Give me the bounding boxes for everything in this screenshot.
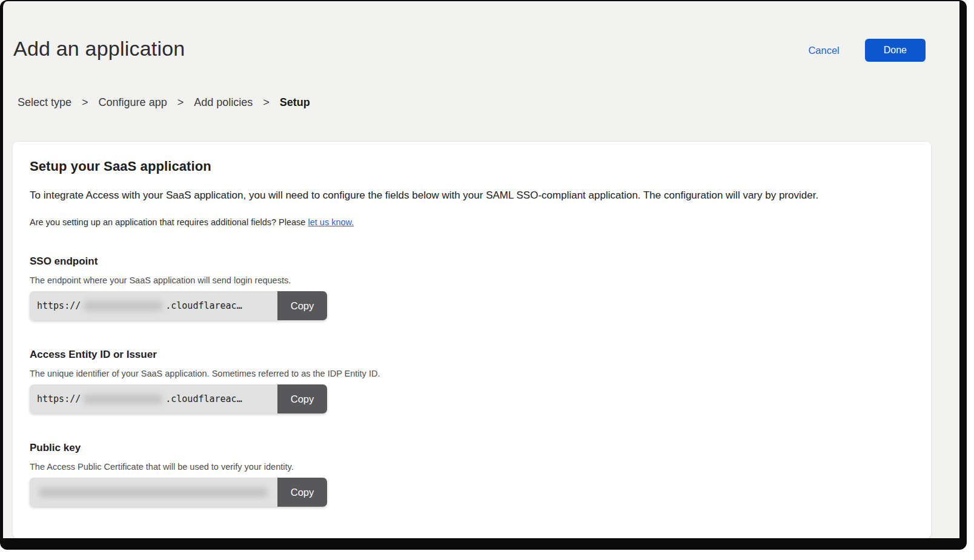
sso-endpoint-field: SSO endpoint The endpoint where your Saa…	[30, 255, 914, 320]
setup-card: Setup your SaaS application To integrate…	[12, 141, 932, 539]
value-prefix: https://	[37, 300, 81, 311]
value-suffix: .cloudflareac…	[165, 394, 242, 404]
breadcrumb-item-select-type[interactable]: Select type	[18, 96, 71, 109]
field-label: Access Entity ID or Issuer	[30, 349, 914, 361]
page-title: Add an application	[13, 35, 185, 62]
redacted-value	[83, 394, 163, 404]
field-label: SSO endpoint	[30, 255, 914, 268]
value-prefix: https://	[37, 394, 81, 404]
redacted-value	[83, 301, 163, 311]
breadcrumb-item-setup: Setup	[280, 96, 310, 109]
field-label: Public key	[30, 442, 914, 454]
note-text: Are you setting up an application that r…	[30, 217, 914, 227]
let-us-know-link[interactable]: let us know.	[308, 217, 354, 227]
breadcrumb-separator: >	[177, 96, 184, 109]
access-entity-id-value-row: https://.cloudflareac… Copy	[30, 384, 327, 413]
app-window: Add an application Cancel Done Select ty…	[0, 0, 967, 550]
redacted-value	[38, 487, 268, 498]
code-value	[30, 478, 277, 507]
copy-button[interactable]: Copy	[277, 478, 327, 507]
field-description: The endpoint where your SaaS application…	[30, 275, 914, 285]
code-value: https://.cloudflareac…	[30, 291, 277, 320]
copy-button[interactable]: Copy	[277, 384, 327, 413]
note-text-plain: Are you setting up an application that r…	[30, 217, 308, 227]
page-header: Add an application Cancel Done	[3, 1, 959, 62]
breadcrumb: Select type > Configure app > Add polici…	[18, 96, 959, 109]
access-entity-id-field: Access Entity ID or Issuer The unique id…	[30, 349, 914, 413]
card-heading: Setup your SaaS application	[30, 159, 914, 174]
sso-endpoint-value-row: https://.cloudflareac… Copy	[30, 291, 327, 320]
field-description: The Access Public Certificate that will …	[30, 462, 914, 472]
breadcrumb-separator: >	[82, 96, 88, 109]
code-value: https://.cloudflareac…	[30, 384, 277, 413]
breadcrumb-item-add-policies[interactable]: Add policies	[194, 96, 253, 109]
public-key-value-row: Copy	[30, 478, 327, 507]
breadcrumb-separator: >	[263, 96, 270, 109]
cancel-button[interactable]: Cancel	[808, 45, 839, 56]
breadcrumb-item-configure-app[interactable]: Configure app	[99, 96, 167, 109]
header-actions: Cancel Done	[808, 39, 926, 62]
done-button[interactable]: Done	[865, 39, 926, 62]
public-key-field: Public key The Access Public Certificate…	[30, 442, 914, 507]
copy-button[interactable]: Copy	[277, 291, 327, 320]
field-description: The unique identifier of your SaaS appli…	[30, 369, 914, 378]
intro-text: To integrate Access with your SaaS appli…	[30, 188, 914, 203]
value-suffix: .cloudflareac…	[165, 300, 242, 311]
